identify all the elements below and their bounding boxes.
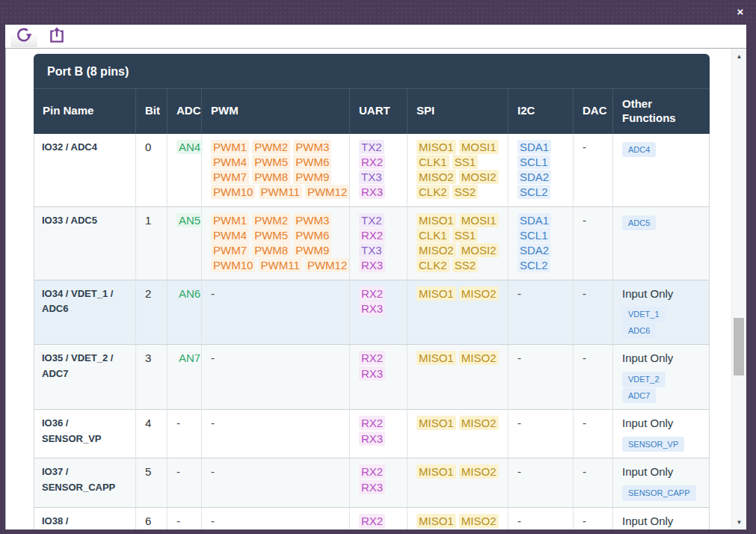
function-token: PWM5 bbox=[252, 228, 290, 242]
function-token: PWM7 bbox=[211, 170, 249, 184]
function-token: PWM8 bbox=[252, 170, 290, 184]
empty-value: - bbox=[583, 287, 586, 300]
function-line: MISO1 MISO2 bbox=[417, 416, 499, 431]
function-token: RX3 bbox=[359, 366, 385, 381]
function-token: SS2 bbox=[452, 185, 478, 199]
function-line: RX2 bbox=[359, 514, 398, 529]
dac-cell: - bbox=[573, 134, 612, 207]
function-badge: ADC5 bbox=[622, 215, 656, 231]
content-area: Port B (8 pins) Pin NameBitADCPWMUARTSPI… bbox=[5, 49, 746, 530]
other-functions-cell: Input OnlySENSOR_CAPP bbox=[612, 458, 710, 507]
function-line: MISO1 MISO2 bbox=[417, 514, 499, 529]
export-button[interactable] bbox=[43, 26, 70, 47]
toolbar bbox=[5, 25, 746, 49]
bit-cell: 3 bbox=[135, 345, 167, 410]
function-token: SDA1 bbox=[517, 213, 551, 227]
column-header: Pin Name bbox=[34, 88, 135, 134]
spi-cell: MISO1 MOSI1CLK1 SS1MISO2 MOSI2CLK2 SS2 bbox=[407, 134, 508, 207]
dac-cell: - bbox=[573, 458, 612, 507]
empty-value: - bbox=[517, 515, 521, 527]
function-token: PWM2 bbox=[252, 140, 290, 154]
empty-value: - bbox=[176, 417, 180, 429]
function-token: MISO2 bbox=[417, 170, 456, 184]
uart-cell: RX2RX3 bbox=[349, 410, 407, 458]
export-icon bbox=[47, 25, 67, 48]
adc-cell: - bbox=[167, 508, 201, 530]
table-row: IO38 / SENSOR_CAPN6--RX2RX3MISO1 MISO2--… bbox=[34, 508, 710, 530]
pin-name: IO35 / VDET_2 / ADC7 bbox=[42, 351, 126, 381]
scroll-down-icon[interactable]: ▼ bbox=[732, 516, 746, 528]
function-token: MISO1 bbox=[417, 213, 456, 227]
function-line: PWM1 PWM2 PWM3 bbox=[211, 213, 340, 228]
function-token: SS1 bbox=[452, 155, 478, 169]
i2c-cell: SDA1SCL1SDA2SCL2 bbox=[508, 134, 573, 207]
function-badge: SENSOR_VP bbox=[622, 437, 684, 452]
function-line: SCL2 bbox=[517, 258, 564, 273]
function-token: CLK2 bbox=[417, 185, 449, 199]
table-body: IO32 / ADC40AN4PWM1 PWM2 PWM3PWM4 PWM5 P… bbox=[34, 134, 710, 530]
function-token: PWM10 bbox=[211, 185, 255, 199]
empty-value: - bbox=[583, 352, 586, 364]
function-token: PWM6 bbox=[293, 228, 331, 242]
function-line: MISO1 MOSI1 bbox=[417, 213, 499, 228]
function-line: MISO1 MISO2 bbox=[417, 351, 499, 366]
window-titlebar: × bbox=[0, 0, 756, 25]
column-header: DAC bbox=[573, 88, 612, 134]
function-line: RX2 bbox=[359, 228, 398, 243]
pin-name: IO32 / ADC4 bbox=[42, 140, 126, 155]
column-header: Bit bbox=[135, 88, 167, 134]
function-line: AN7 bbox=[176, 351, 192, 366]
dac-cell: - bbox=[573, 207, 612, 280]
pin-name-cell: IO35 / VDET_2 / ADC7 bbox=[34, 345, 135, 410]
column-header: ADC bbox=[167, 88, 201, 134]
badge-group: VDET_1ADC6 bbox=[622, 306, 700, 339]
i2c-cell: - bbox=[508, 410, 573, 458]
function-line: TX3 bbox=[359, 243, 398, 258]
pwm-cell: PWM1 PWM2 PWM3PWM4 PWM5 PWM6PWM7 PWM8 PW… bbox=[201, 134, 349, 207]
other-functions-cell: Input OnlyVDET_1ADC6 bbox=[612, 280, 710, 346]
scroll-up-icon[interactable]: ▲ bbox=[732, 50, 746, 62]
spi-cell: MISO1 MISO2 bbox=[407, 345, 508, 410]
uart-cell: RX2RX3 bbox=[349, 345, 407, 410]
bit-cell: 1 bbox=[135, 207, 167, 280]
function-line: AN4 bbox=[176, 140, 192, 155]
function-token: PWM3 bbox=[293, 140, 331, 154]
empty-value: - bbox=[211, 352, 215, 364]
function-token: CLK1 bbox=[417, 228, 449, 242]
function-line: SDA2 bbox=[517, 243, 564, 258]
vertical-scrollbar[interactable]: ▲ ▼ bbox=[731, 49, 746, 530]
refresh-button[interactable] bbox=[10, 26, 37, 47]
function-token: RX2 bbox=[359, 514, 385, 528]
function-token: AN7 bbox=[176, 351, 203, 365]
function-token: MISO1 bbox=[417, 140, 456, 154]
adc-cell: AN4 bbox=[167, 134, 201, 207]
function-token: MOSI2 bbox=[459, 170, 499, 184]
table-row: IO32 / ADC40AN4PWM1 PWM2 PWM3PWM4 PWM5 P… bbox=[34, 134, 710, 207]
empty-value: - bbox=[176, 465, 180, 478]
table-row: IO33 / ADC51AN5PWM1 PWM2 PWM3PWM4 PWM5 P… bbox=[34, 207, 710, 280]
function-token: RX2 bbox=[359, 228, 385, 242]
bit-cell: 6 bbox=[135, 508, 167, 530]
function-line: RX3 bbox=[359, 529, 398, 530]
table-row: IO34 / VDET_1 / ADC62AN6-RX2RX3MISO1 MIS… bbox=[34, 280, 710, 346]
function-token: MOSI1 bbox=[459, 213, 499, 227]
badge-group: VDET_2ADC7 bbox=[622, 371, 700, 404]
function-line: MISO1 MISO2 bbox=[417, 286, 499, 301]
input-only-label: Input Only bbox=[622, 351, 700, 366]
function-badge: VDET_2 bbox=[622, 372, 666, 387]
function-token: AN5 bbox=[176, 213, 203, 227]
scrollbar-thumb[interactable] bbox=[734, 318, 744, 375]
close-icon[interactable]: × bbox=[734, 5, 747, 19]
table-row: IO36 / SENSOR_VP4--RX2RX3MISO1 MISO2--In… bbox=[34, 410, 710, 458]
function-token: PWM11 bbox=[259, 258, 302, 272]
function-token: PWM7 bbox=[211, 243, 249, 257]
function-line: PWM4 PWM5 PWM6 bbox=[211, 155, 340, 170]
column-header: I2C bbox=[508, 88, 573, 134]
empty-value: - bbox=[583, 515, 586, 527]
function-token: PWM8 bbox=[252, 243, 290, 257]
function-token: RX3 bbox=[359, 529, 385, 530]
pin-name: IO36 / SENSOR_VP bbox=[42, 416, 126, 446]
function-token: CLK1 bbox=[417, 155, 449, 169]
function-line: RX3 bbox=[359, 480, 398, 495]
function-line: TX3 bbox=[359, 170, 398, 185]
